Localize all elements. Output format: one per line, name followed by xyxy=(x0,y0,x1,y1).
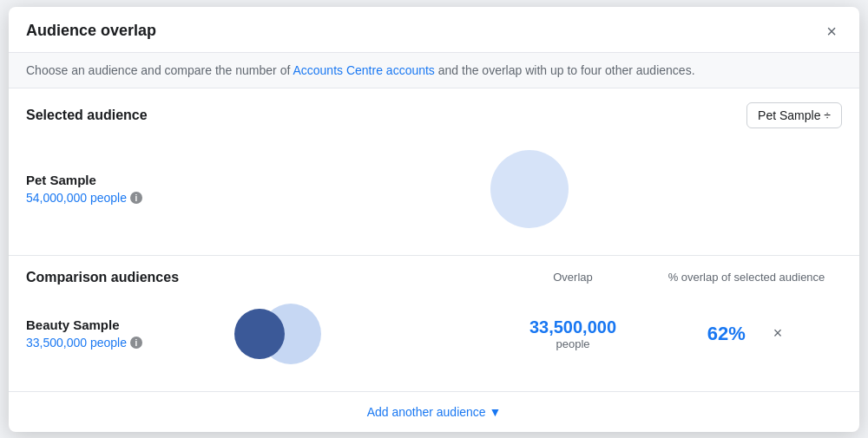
selected-audience-section: Selected audience Pet Sample ÷ Pet Sampl… xyxy=(9,88,859,256)
audience-overlap-modal: Audience overlap × Choose an audience an… xyxy=(9,7,859,432)
selected-audience-viz xyxy=(217,146,842,232)
foreground-circle xyxy=(234,309,285,359)
pct-col-label: % overlap of selected audience xyxy=(651,271,842,284)
subtitle-rest: and the overlap with up to four other au… xyxy=(438,63,695,77)
pct-col: 62% × xyxy=(651,323,842,345)
accounts-centre-link[interactable]: Accounts Centre accounts xyxy=(293,63,434,77)
comparison-header: Comparison audiences Overlap % overlap o… xyxy=(26,270,842,285)
pct-value: 62% xyxy=(707,323,746,345)
comparison-people-count: 33,500,000 people xyxy=(26,336,127,350)
comparison-column-labels: Overlap % overlap of selected audience xyxy=(179,271,842,284)
comparison-section: Comparison audiences Overlap % overlap o… xyxy=(9,256,859,392)
modal-title: Audience overlap xyxy=(26,22,156,40)
comparison-viz xyxy=(182,299,495,369)
audience-dropdown[interactable]: Pet Sample ÷ xyxy=(746,102,842,128)
info-icon[interactable]: i xyxy=(130,192,142,204)
add-audience-button[interactable]: Add another audience ▼ xyxy=(367,405,502,419)
modal-subtitle: Choose an audience and compare the numbe… xyxy=(9,53,859,88)
overlap-col-label: Overlap xyxy=(495,271,651,284)
modal-header: Audience overlap × xyxy=(9,7,859,53)
overlap-circles xyxy=(234,299,330,369)
selected-audience-circle xyxy=(490,150,569,228)
remove-row-button[interactable]: × xyxy=(770,323,786,344)
audience-people: 54,000,000 people i xyxy=(26,191,182,205)
subtitle-text: Choose an audience and compare the numbe… xyxy=(26,63,290,77)
overlap-unit: people xyxy=(495,337,651,350)
modal-footer: Add another audience ▼ xyxy=(9,392,859,432)
comparison-title: Comparison audiences xyxy=(26,270,179,285)
audience-name: Pet Sample xyxy=(26,173,182,187)
close-button[interactable]: × xyxy=(821,21,842,42)
selected-audience-header: Selected audience Pet Sample ÷ xyxy=(26,102,842,128)
audience-info: Pet Sample 54,000,000 people i xyxy=(26,173,182,205)
selected-audience-title: Selected audience xyxy=(26,108,148,123)
comparison-audience-people: 33,500,000 people i xyxy=(26,336,182,350)
overlap-number: 33,500,000 xyxy=(495,317,651,337)
comparison-row: Beauty Sample 33,500,000 people i 33,500… xyxy=(26,285,842,377)
selected-audience-content: Pet Sample 54,000,000 people i xyxy=(26,128,842,241)
comparison-audience-info: Beauty Sample 33,500,000 people i xyxy=(26,317,182,350)
comparison-info-icon[interactable]: i xyxy=(130,337,142,349)
people-count: 54,000,000 people xyxy=(26,191,127,205)
overlap-value-col: 33,500,000 people xyxy=(495,317,651,350)
comparison-audience-name: Beauty Sample xyxy=(26,317,182,332)
